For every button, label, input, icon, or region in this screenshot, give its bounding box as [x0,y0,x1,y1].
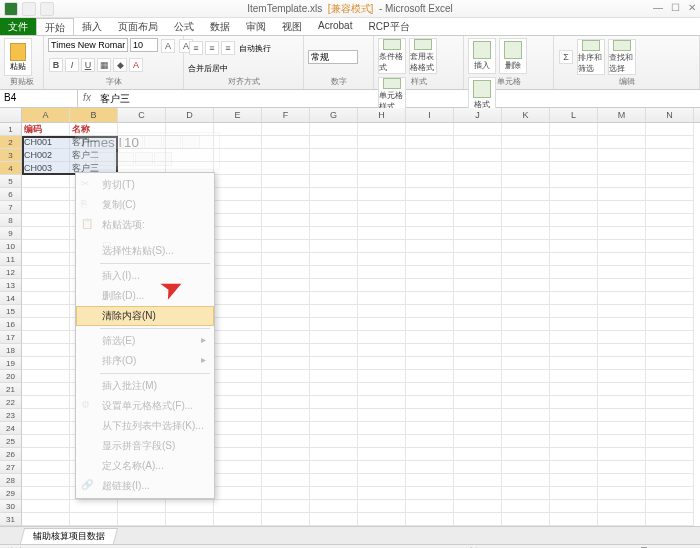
cell[interactable] [550,357,598,370]
maximize-icon[interactable]: ☐ [671,2,680,13]
cell[interactable] [454,344,502,357]
col-header-B[interactable]: B [70,108,118,122]
cell[interactable] [310,253,358,266]
cell[interactable] [598,175,646,188]
col-header-K[interactable]: K [502,108,550,122]
cell[interactable] [166,500,214,513]
cell[interactable] [454,331,502,344]
fill-color-icon[interactable]: ◆ [113,58,127,72]
cell[interactable] [502,266,550,279]
font-color-icon[interactable]: A [129,58,143,72]
row-header[interactable]: 29 [0,487,22,500]
cell[interactable] [262,149,310,162]
cell[interactable] [454,136,502,149]
cell[interactable] [454,123,502,136]
ctx-paste-special[interactable]: 选择性粘贴(S)... [76,241,214,261]
cell[interactable] [502,175,550,188]
row-header[interactable]: 11 [0,253,22,266]
cell[interactable] [646,266,694,279]
row-header[interactable]: 23 [0,409,22,422]
cell[interactable] [646,422,694,435]
cell[interactable] [310,370,358,383]
bold-button[interactable]: B [49,58,63,72]
find-select-button[interactable]: 查找和选择 [608,39,636,75]
col-header-D[interactable]: D [166,108,214,122]
cell[interactable] [646,500,694,513]
cell[interactable] [502,279,550,292]
cell[interactable] [550,448,598,461]
cell[interactable] [598,318,646,331]
cell[interactable] [22,214,70,227]
cell[interactable] [598,123,646,136]
cell[interactable] [550,409,598,422]
cell[interactable] [454,149,502,162]
cell[interactable] [454,370,502,383]
cell[interactable] [358,253,406,266]
cell[interactable] [646,253,694,266]
cell[interactable] [310,435,358,448]
cell[interactable] [406,513,454,526]
cell[interactable] [22,474,70,487]
cell[interactable] [646,409,694,422]
cell[interactable] [262,344,310,357]
ctx-sort[interactable]: 排序(O)▸ [76,351,214,371]
cell[interactable] [454,227,502,240]
cell[interactable] [598,422,646,435]
cell[interactable] [502,344,550,357]
cell[interactable] [406,201,454,214]
tab-file[interactable]: 文件 [0,18,36,35]
ctx-filter[interactable]: 筛选(E)▸ [76,331,214,351]
cell[interactable] [262,409,310,422]
cell[interactable] [358,136,406,149]
cell[interactable] [214,266,262,279]
cell[interactable] [550,227,598,240]
cell[interactable] [358,214,406,227]
cell[interactable]: CH002 [22,149,70,162]
underline-button[interactable]: U [81,58,95,72]
ctx-comment[interactable]: 插入批注(M) [76,376,214,396]
cell[interactable] [358,149,406,162]
cell[interactable] [358,448,406,461]
col-header-M[interactable]: M [598,108,646,122]
cell[interactable] [646,175,694,188]
cell[interactable] [358,487,406,500]
cell[interactable] [22,409,70,422]
cell[interactable] [502,383,550,396]
cell[interactable] [502,123,550,136]
row-header[interactable]: 27 [0,461,22,474]
cell[interactable] [262,422,310,435]
cell[interactable] [262,188,310,201]
sheet-tab-active[interactable]: 辅助核算项目数据 [20,528,118,544]
ctx-delete[interactable]: 删除(D)... [76,286,214,306]
cell[interactable] [550,513,598,526]
row-header[interactable]: 1 [0,123,22,136]
mini-border-icon[interactable] [97,152,115,166]
cell[interactable] [598,240,646,253]
cell[interactable] [262,370,310,383]
row-header[interactable]: 28 [0,474,22,487]
row-header[interactable]: 3 [0,149,22,162]
cell[interactable] [310,487,358,500]
tab-review[interactable]: 审阅 [238,18,274,35]
cell[interactable] [598,344,646,357]
align-top-icon[interactable]: ≡ [189,41,203,55]
cell[interactable] [262,123,310,136]
col-header-N[interactable]: N [646,108,694,122]
cell[interactable] [262,383,310,396]
cell[interactable] [310,188,358,201]
cell[interactable] [406,370,454,383]
cell[interactable] [118,500,166,513]
cell[interactable] [214,331,262,344]
cell[interactable] [214,149,262,162]
cell[interactable] [262,227,310,240]
cell[interactable] [454,513,502,526]
cell[interactable] [550,435,598,448]
font-select[interactable] [48,38,128,52]
cell[interactable] [646,513,694,526]
cell[interactable] [22,357,70,370]
row-header[interactable]: 20 [0,370,22,383]
cell[interactable] [454,292,502,305]
cell[interactable] [646,383,694,396]
row-header[interactable]: 9 [0,227,22,240]
cell[interactable] [22,383,70,396]
